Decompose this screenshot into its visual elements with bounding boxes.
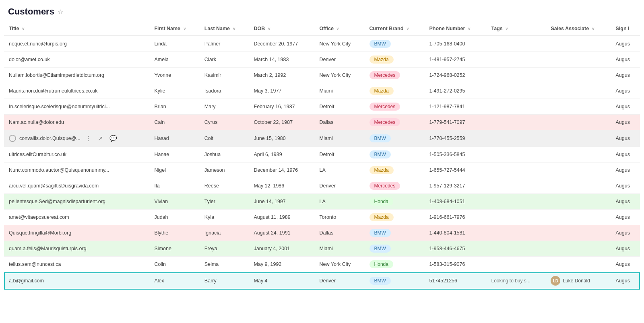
cell-title: neque.et.nunc@turpis.org <box>4 36 149 52</box>
col-title[interactable]: Title ∨ <box>4 22 149 36</box>
brand-badge: Mazda <box>369 213 394 221</box>
cell-sales-associate <box>546 225 611 241</box>
cell-title: convallis.dolor.Quisque@...⋮↗💬 <box>4 130 149 147</box>
cell-lastname: Cyrus <box>200 115 249 130</box>
cell-phone: 1-770-455-2559 <box>424 130 486 147</box>
cell-dob: October 22, 1987 <box>249 115 315 130</box>
col-firstname[interactable]: First Name ∨ <box>149 22 199 36</box>
table-row[interactable]: quam.a.felis@Maurisquisturpis.orgSimoneF… <box>4 241 640 257</box>
avatar: LD <box>551 276 560 286</box>
table-row[interactable]: convallis.dolor.Quisque@...⋮↗💬HasadColtJ… <box>4 130 640 147</box>
cell-phone: 1-583-315-9076 <box>424 257 486 272</box>
col-signin[interactable]: Sign I <box>611 22 640 36</box>
cell-tags <box>486 99 546 115</box>
cell-phone: 1-916-661-7976 <box>424 210 486 225</box>
cell-tags <box>486 257 546 272</box>
cell-brand: Mazda <box>365 52 425 68</box>
cell-firstname: Cain <box>149 115 199 130</box>
cell-tags <box>486 210 546 225</box>
cell-brand: Honda <box>365 194 425 210</box>
cell-sales-associate <box>546 163 611 178</box>
col-lastname[interactable]: Last Name ∨ <box>200 22 249 36</box>
cell-dob: March 14, 1983 <box>249 52 315 68</box>
cell-signin: Augus <box>611 210 640 225</box>
cell-sales-associate <box>546 130 611 147</box>
table-row[interactable]: In.scelerisque.scelerisque@nonummyultric… <box>4 99 640 115</box>
customers-table: Title ∨ First Name ∨ Last Name ∨ DOB ∨ O… <box>4 22 640 290</box>
favorite-star-icon[interactable]: ☆ <box>58 8 63 16</box>
table-row[interactable]: dolor@amet.co.ukAmelaClarkMarch 14, 1983… <box>4 52 640 68</box>
brand-badge: Mercedes <box>369 103 400 111</box>
table-row[interactable]: Nullam.lobortis@Etiamimperdietdictum.org… <box>4 68 640 83</box>
cell-title: Nullam.lobortis@Etiamimperdietdictum.org <box>4 68 149 83</box>
col-sales-associate[interactable]: Sales Associate ∨ <box>546 22 611 36</box>
cell-dob: May 12, 1986 <box>249 178 315 194</box>
col-office[interactable]: Office ∨ <box>315 22 365 36</box>
cell-dob: May 3, 1977 <box>249 83 315 99</box>
more-options-button[interactable]: ⋮ <box>84 134 93 143</box>
cell-firstname: Linda <box>149 36 199 52</box>
cell-sales-associate <box>546 147 611 163</box>
table-row[interactable]: tellus.sem@nuncest.caColinSelmaMay 9, 19… <box>4 257 640 272</box>
cell-office: Detroit <box>315 99 365 115</box>
cell-dob: August 11, 1989 <box>249 210 315 225</box>
cell-brand: BMW <box>365 130 425 147</box>
table-row[interactable]: amet@vitaeposuereat.comJudahKylaAugust 1… <box>4 210 640 225</box>
cell-brand: BMW <box>365 147 425 163</box>
table-row[interactable]: Mauris.non.dui@rutrumeulultrices.co.ukKy… <box>4 83 640 99</box>
cell-firstname: Alex <box>149 272 199 290</box>
cell-dob: December 20, 1977 <box>249 36 315 52</box>
cell-lastname: Selma <box>200 257 249 272</box>
cell-tags <box>486 178 546 194</box>
cell-firstname: Amela <box>149 52 199 68</box>
cell-phone: 1-957-129-3217 <box>424 178 486 194</box>
col-dob[interactable]: DOB ∨ <box>249 22 315 36</box>
table-row[interactable]: Nunc.commodo.auctor@Quisquenonummy...Nig… <box>4 163 640 178</box>
cell-signin: Augus <box>611 83 640 99</box>
cell-signin: Augus <box>611 130 640 147</box>
cell-lastname: Palmer <box>200 36 249 52</box>
table-row[interactable]: a.b@gmail.comAlexBarryMay 4DenverBMW5174… <box>4 272 640 290</box>
table-row[interactable]: pellentesque.Sed@magnisdisparturient.org… <box>4 194 640 210</box>
cell-sales-associate <box>546 241 611 257</box>
col-tags[interactable]: Tags ∨ <box>486 22 546 36</box>
share-button[interactable]: ↗ <box>96 134 105 143</box>
cell-signin: Augus <box>611 178 640 194</box>
cell-lastname: Ignacia <box>200 225 249 241</box>
cell-office: Miami <box>315 241 365 257</box>
brand-badge: BMW <box>369 134 391 142</box>
cell-sales-associate <box>546 178 611 194</box>
brand-badge: Mazda <box>369 56 394 64</box>
table-row[interactable]: Quisque.fringilla@Morbi.orgBlytheIgnacia… <box>4 225 640 241</box>
cell-firstname: Ila <box>149 178 199 194</box>
table-row[interactable]: ultrices.elitCurabitur.co.ukHanaeJoshuaA… <box>4 147 640 163</box>
cell-tags <box>486 36 546 52</box>
cell-firstname: Kylie <box>149 83 199 99</box>
comment-button[interactable]: 💬 <box>108 134 119 143</box>
cell-title: ultrices.elitCurabitur.co.uk <box>4 147 149 163</box>
cell-office: Miami <box>315 130 365 147</box>
brand-badge: Honda <box>369 198 393 206</box>
cell-phone: 1-779-541-7097 <box>424 115 486 130</box>
cell-brand: BMW <box>365 36 425 52</box>
cell-sales-associate <box>546 210 611 225</box>
cell-lastname: Jameson <box>200 163 249 178</box>
brand-badge: BMW <box>369 229 391 237</box>
cell-signin: Augus <box>611 225 640 241</box>
row-check-circle[interactable] <box>9 135 16 142</box>
table-row[interactable]: Nam.ac.nulla@dolor.eduCainCyrusOctober 2… <box>4 115 640 130</box>
cell-sales-associate: LDLuke Donald <box>546 272 611 290</box>
cell-tags <box>486 163 546 178</box>
col-current-brand[interactable]: Current Brand ∨ <box>365 22 425 36</box>
cell-sales-associate <box>546 257 611 272</box>
cell-lastname: Kyla <box>200 210 249 225</box>
table-row[interactable]: neque.et.nunc@turpis.orgLindaPalmerDecem… <box>4 36 640 52</box>
cell-title: tellus.sem@nuncest.ca <box>4 257 149 272</box>
cell-signin: Augus <box>611 36 640 52</box>
cell-tags <box>486 130 546 147</box>
col-phone[interactable]: Phone Number ∨ <box>424 22 486 36</box>
cell-firstname: Brian <box>149 99 199 115</box>
cell-title: Nunc.commodo.auctor@Quisquenonummy... <box>4 163 149 178</box>
cell-sales-associate <box>546 36 611 52</box>
table-row[interactable]: arcu.vel.quam@sagittisDuisgravida.comIla… <box>4 178 640 194</box>
